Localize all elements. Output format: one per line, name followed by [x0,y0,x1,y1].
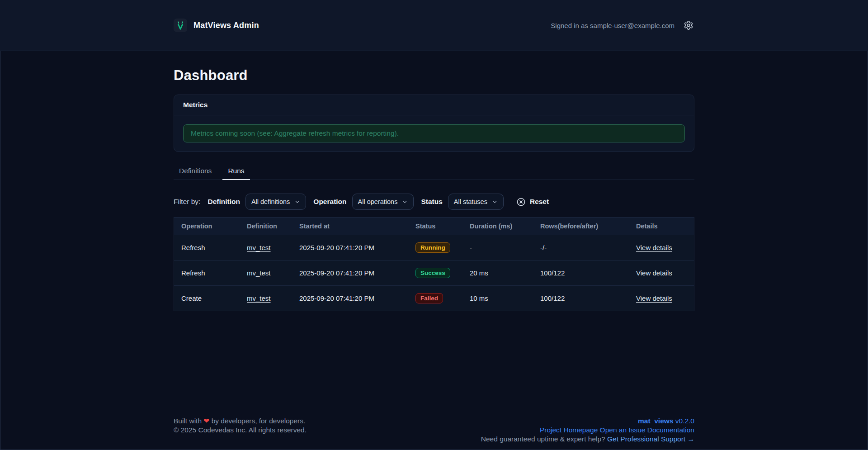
matviews-logo-icon [174,19,187,32]
status-filter-value: All statuses [454,198,487,205]
tab-bar: Definitions Runs [174,164,694,180]
col-definition: Definition [240,218,292,235]
started-at-cell: 2025-09-20 07:41:20 PM [292,237,408,259]
support-line: Need guaranteed uptime & expert help? Ge… [481,435,694,444]
footer-links-line: Project Homepage Open an Issue Documenta… [481,426,694,435]
started-at-cell: 2025-09-20 07:41:20 PM [292,262,408,284]
page-title: Dashboard [174,51,694,84]
operation-filter-select[interactable]: All operations [352,194,414,210]
col-operation: Operation [174,218,240,235]
view-details-link[interactable]: View details [636,244,672,251]
col-started-at: Started at [292,218,408,235]
col-rows: Rows(before/after) [533,218,629,235]
duration-cell: - [462,237,533,259]
rows-cell: 100/122 [533,287,629,309]
started-at-cell: 2025-09-20 07:41:20 PM [292,287,408,309]
metrics-panel-header: Metrics [174,95,694,115]
brand: MatViews Admin [174,19,259,32]
chevron-down-icon [294,199,300,205]
metrics-panel-title: Metrics [183,101,208,109]
heart-icon: ❤ [203,417,209,425]
definition-link[interactable]: mv_test [247,244,271,251]
duration-cell: 10 ms [462,287,533,309]
definition-filter-label: Definition [208,198,240,206]
definition-filter-select[interactable]: All definitions [245,194,306,210]
definition-link[interactable]: mv_test [247,294,271,302]
page-footer: Built with ❤ by developers, for develope… [0,417,868,450]
rows-cell: 100/122 [533,262,629,284]
chevron-down-icon [492,199,498,205]
version-line: mat_views v0.2.0 [481,417,694,426]
app-title: MatViews Admin [193,21,259,30]
operation-cell: Refresh [174,237,240,259]
professional-support-link[interactable]: Get Professional Support → [607,435,694,443]
documentation-link[interactable]: Documentation [647,426,694,434]
view-details-link[interactable]: View details [636,269,672,277]
project-name: mat_views [638,417,673,425]
settings-gear-icon[interactable] [683,19,694,31]
project-homepage-link[interactable]: Project Homepage [540,426,598,434]
built-with-line: Built with ❤ by developers, for develope… [174,417,307,426]
tab-runs[interactable]: Runs [222,164,250,180]
tab-definitions[interactable]: Definitions [174,164,217,180]
filter-bar: Filter by: Definition All definitions Op… [174,194,694,210]
runs-table: Operation Definition Started at Status D… [174,217,694,311]
table-row: Refresh mv_test 2025-09-20 07:41:20 PM R… [174,235,694,260]
copyright-line: © 2025 Codevedas Inc. All rights reserve… [174,426,307,435]
status-filter-select[interactable]: All statuses [448,194,504,210]
duration-cell: 20 ms [462,262,533,284]
table-row: Create mv_test 2025-09-20 07:41:20 PM Fa… [174,285,694,311]
operation-cell: Create [174,287,240,309]
col-details: Details [629,218,694,235]
signed-in-text: Signed in as sample-user@example.com [551,22,675,29]
filter-by-label: Filter by: [174,198,200,206]
table-row: Refresh mv_test 2025-09-20 07:41:20 PM S… [174,260,694,285]
open-an-issue-link[interactable]: Open an Issue [600,426,646,434]
circle-x-icon [516,197,526,207]
status-badge: Success [415,268,450,278]
status-badge: Running [415,242,450,253]
operation-filter-label: Operation [313,198,346,206]
version-number: v0.2.0 [675,417,694,425]
reset-filters-button[interactable]: Reset [516,197,549,207]
view-details-link[interactable]: View details [636,294,672,302]
app-header: MatViews Admin Signed in as sample-user@… [0,0,868,51]
table-header-row: Operation Definition Started at Status D… [174,218,694,235]
status-filter-label: Status [421,198,442,206]
definition-filter-value: All definitions [251,198,290,205]
metrics-panel: Metrics Metrics coming soon (see: Aggreg… [174,95,694,152]
metrics-coming-soon-banner: Metrics coming soon (see: Aggregate refr… [183,124,685,142]
operation-filter-value: All operations [358,198,398,205]
col-status: Status [408,218,462,235]
rows-cell: -/- [533,237,629,259]
reset-label: Reset [530,198,549,206]
col-duration: Duration (ms) [462,218,533,235]
status-badge: Failed [415,293,443,303]
operation-cell: Refresh [174,262,240,284]
definition-link[interactable]: mv_test [247,269,271,277]
chevron-down-icon [402,199,408,205]
